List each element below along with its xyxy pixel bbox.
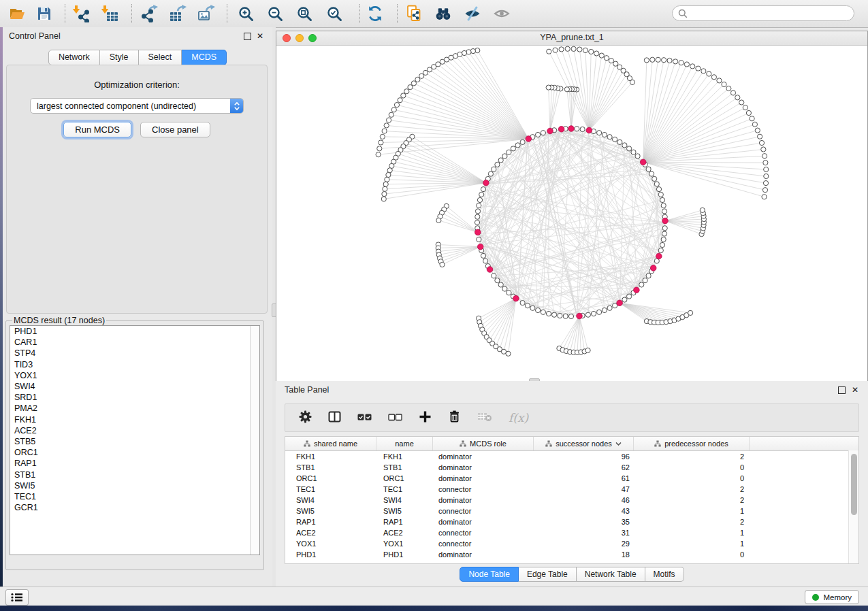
column-header-label: predecessor nodes — [664, 440, 728, 448]
table-cell: dominator — [433, 473, 534, 484]
table-cell: SWI4 — [376, 495, 433, 506]
mcds-result-item[interactable]: STP4 — [10, 348, 259, 359]
table-cell: 61 — [534, 473, 634, 484]
mcds-result-item[interactable]: TEC1 — [10, 491, 259, 502]
select-all-columns-button[interactable] — [357, 412, 372, 424]
column-header-MCDS-role[interactable]: MCDS role — [433, 437, 534, 450]
table-row[interactable]: SWI4SWI4dominator462 — [285, 495, 858, 506]
mcds-result-item[interactable]: PHD1 — [10, 326, 259, 337]
table-row[interactable]: RAP1RAP1dominator352 — [285, 516, 858, 527]
toolbar-separator — [359, 4, 360, 23]
mcds-result-item[interactable]: SRD1 — [10, 392, 259, 403]
clone-network-icon — [406, 5, 423, 22]
memory-button[interactable]: Memory — [805, 590, 859, 604]
column-header-predecessor-nodes[interactable]: predecessor nodes — [634, 437, 750, 450]
network-canvas[interactable] — [276, 46, 867, 381]
import-network-icon — [72, 5, 90, 22]
zoom-fit-button[interactable] — [295, 5, 313, 22]
column-type-icon — [545, 440, 552, 447]
tab-network-table[interactable]: Network Table — [577, 567, 645, 582]
zoom-selected-button[interactable] — [325, 5, 343, 22]
table-row[interactable]: TEC1TEC1connector472 — [285, 484, 858, 495]
table-row[interactable]: FKH1FKH1dominator962 — [285, 451, 858, 462]
mcds-list-scrollbar[interactable] — [250, 326, 259, 555]
mcds-result-item[interactable]: FKH1 — [10, 414, 259, 425]
mcds-result-item[interactable]: RAP1 — [10, 458, 259, 469]
table-row[interactable]: PHD1PHD1dominator180 — [285, 549, 858, 560]
export-image-button[interactable] — [197, 5, 215, 22]
tab-node-table[interactable]: Node Table — [460, 567, 519, 582]
search-icon — [678, 9, 688, 18]
table-row[interactable]: YOX1YOX1connector291 — [285, 538, 858, 549]
task-history-button[interactable] — [5, 589, 29, 606]
mcds-result-item[interactable]: ORC1 — [10, 447, 259, 458]
tab-mcds[interactable]: MCDS — [182, 50, 227, 65]
first-neighbors-button[interactable] — [434, 5, 452, 22]
column-header-name[interactable]: name — [376, 437, 433, 450]
clone-network-button[interactable] — [406, 5, 423, 22]
tab-style[interactable]: Style — [100, 50, 139, 65]
mcds-result-item[interactable]: YOX1 — [10, 370, 259, 381]
table-cell: 46 — [534, 495, 634, 506]
table-cell: 47 — [534, 484, 634, 495]
column-header-label: name — [395, 440, 414, 448]
search-input[interactable] — [691, 8, 854, 19]
tab-network[interactable]: Network — [48, 50, 100, 65]
mcds-result-item[interactable]: STB1 — [10, 469, 259, 480]
zoom-in-button[interactable] — [237, 5, 255, 22]
network-graph-svg[interactable] — [276, 46, 867, 381]
desktop-wallpaper-bottom — [0, 606, 868, 611]
zoom-out-button[interactable] — [266, 5, 284, 22]
tab-edge-table[interactable]: Edge Table — [519, 567, 577, 582]
table-cell: 1 — [634, 527, 750, 538]
run-mcds-button[interactable]: Run MCDS — [63, 122, 131, 137]
mcds-result-item[interactable]: SWI4 — [10, 381, 259, 392]
float-panel-icon[interactable] — [244, 33, 251, 40]
import-network-button[interactable] — [72, 5, 90, 22]
export-table-button[interactable] — [169, 5, 187, 22]
table-row[interactable]: ORC1ORC1dominator610 — [285, 473, 858, 484]
mcds-result-item[interactable]: PMA2 — [10, 403, 259, 414]
table-cell: 43 — [534, 506, 634, 516]
unselect-all-columns-button[interactable] — [388, 412, 402, 424]
criterion-dropdown[interactable]: largest connected component (undirected) — [30, 98, 244, 114]
table-cell: connector — [433, 527, 534, 538]
column-header-shared-name[interactable]: shared name — [285, 437, 376, 450]
tab-motifs[interactable]: Motifs — [645, 567, 684, 582]
hide-selected-button[interactable] — [464, 5, 481, 22]
tab-select[interactable]: Select — [139, 50, 182, 65]
mcds-result-item[interactable]: GCR1 — [10, 502, 259, 513]
mcds-result-item[interactable]: STB5 — [10, 436, 259, 447]
close-panel-button[interactable]: Close panel — [140, 122, 210, 137]
table-settings-button[interactable] — [299, 410, 312, 426]
show-columns-button[interactable] — [328, 410, 341, 426]
export-table-icon — [169, 5, 187, 22]
mcds-result-list[interactable]: PHD1CAR1STP4TID3YOX1SWI4SRD1PMA2FKH1ACE2… — [10, 325, 260, 555]
save-session-button[interactable] — [35, 5, 53, 22]
show-all-button[interactable] — [493, 5, 511, 22]
node-table[interactable]: shared namenameMCDS rolesuccessor nodesp… — [285, 436, 859, 564]
mcds-result-item[interactable]: SWI5 — [10, 480, 259, 491]
search-field[interactable] — [672, 5, 854, 21]
create-column-button[interactable] — [419, 410, 432, 426]
table-row[interactable]: SWI5SWI5connector431 — [285, 506, 858, 516]
close-table-panel-icon[interactable]: ✕ — [852, 384, 858, 395]
close-panel-icon[interactable]: ✕ — [257, 31, 263, 42]
float-table-panel-icon[interactable] — [838, 386, 846, 394]
export-network-button[interactable] — [140, 5, 158, 22]
toolbar-separator — [65, 4, 65, 23]
table-row[interactable]: STB1STB1dominator620 — [285, 462, 858, 473]
table-scrollbar-thumb[interactable] — [851, 454, 857, 515]
refresh-view-button[interactable] — [366, 5, 384, 22]
open-file-button[interactable] — [8, 5, 26, 22]
column-type-icon — [460, 440, 466, 447]
mcds-result-item[interactable]: CAR1 — [10, 337, 259, 348]
table-scrollbar[interactable] — [848, 450, 858, 563]
delete-column-button[interactable] — [448, 410, 461, 426]
mcds-result-item[interactable]: TID3 — [10, 359, 259, 370]
task-list-icon — [11, 593, 23, 602]
import-table-button[interactable] — [101, 5, 118, 22]
mcds-result-item[interactable]: ACE2 — [10, 425, 259, 436]
table-row[interactable]: ACE2ACE2connector311 — [285, 527, 858, 538]
column-header-successor-nodes[interactable]: successor nodes — [534, 437, 634, 450]
